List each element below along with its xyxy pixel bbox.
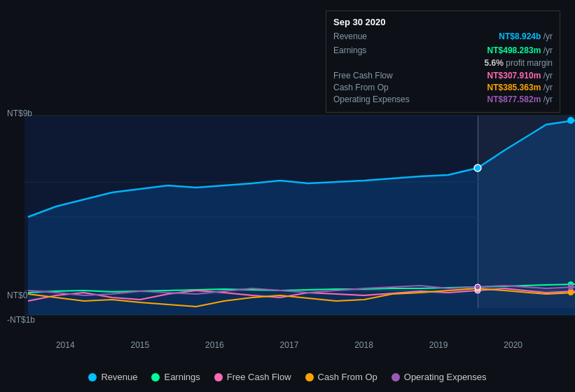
x-label-2014: 2014 (56, 340, 75, 350)
tooltip-profit-margin: 5.6% profit margin (485, 58, 553, 68)
x-label-2016: 2016 (205, 340, 224, 350)
x-axis-labels: 2014 2015 2016 2017 2018 2019 2020 (0, 340, 575, 350)
tooltip-row-cashfromop: Cash From Op NT$385.363m /yr (333, 83, 553, 92)
legend-item-revenue[interactable]: Revenue (88, 372, 137, 382)
legend-label-cashfromop: Cash From Op (318, 372, 377, 382)
tooltip-date: Sep 30 2020 (333, 17, 553, 27)
tooltip-box: Sep 30 2020 Revenue NT$8.924b /yr Earnin… (326, 10, 560, 113)
x-label-2018: 2018 (354, 340, 373, 350)
legend-item-fcf[interactable]: Free Cash Flow (214, 372, 291, 382)
tooltip-label-fcf: Free Cash Flow (333, 71, 393, 80)
tooltip-value-revenue: NT$8.924b /yr (499, 31, 553, 41)
legend-dot-opex (392, 373, 400, 382)
legend-label-earnings: Earnings (164, 372, 200, 382)
y-axis-label-neg: -NT$1b (7, 315, 35, 325)
x-label-2019: 2019 (429, 340, 448, 350)
svg-point-7 (474, 164, 481, 172)
legend-item-earnings[interactable]: Earnings (151, 372, 200, 382)
svg-point-12 (567, 117, 574, 124)
x-label-2015: 2015 (130, 340, 149, 350)
tooltip-value-opex: NT$877.582m /yr (487, 94, 553, 104)
tooltip-label-cashfromop: Cash From Op (333, 83, 389, 92)
tooltip-row-earnings: Earnings NT$498.283m /yr 5.6% profit mar… (333, 43, 553, 69)
svg-point-16 (568, 284, 574, 290)
tooltip-value-fcf: NT$307.910m /yr (487, 71, 553, 80)
tooltip-value-cashfromop: NT$385.363m /yr (487, 83, 553, 92)
tooltip-row-revenue: Revenue NT$8.924b /yr (333, 31, 553, 41)
tooltip-label-opex: Operating Expenses (333, 94, 410, 104)
legend-dot-fcf (214, 373, 223, 382)
legend-item-opex[interactable]: Operating Expenses (392, 372, 487, 382)
legend: Revenue Earnings Free Cash Flow Cash Fro… (0, 372, 575, 382)
tooltip-row-fcf: Free Cash Flow NT$307.910m /yr (333, 71, 553, 80)
tooltip-value-earnings: NT$498.283m /yr (487, 46, 553, 55)
y-axis-label-zero: NT$0 (7, 290, 27, 300)
legend-dot-revenue (88, 373, 97, 382)
svg-point-11 (475, 284, 480, 290)
x-label-2017: 2017 (280, 340, 299, 350)
legend-dot-cashfromop (305, 373, 314, 382)
tooltip-row-opex: Operating Expenses NT$877.582m /yr (333, 94, 553, 104)
tooltip-label-revenue: Revenue (333, 31, 367, 41)
legend-label-opex: Operating Expenses (404, 372, 487, 382)
legend-label-revenue: Revenue (101, 372, 137, 382)
legend-label-fcf: Free Cash Flow (227, 372, 291, 382)
y-axis-label-top: NT$9b (7, 108, 32, 118)
svg-point-15 (568, 290, 574, 295)
x-label-2020: 2020 (504, 340, 522, 350)
legend-dot-earnings (151, 373, 160, 382)
legend-item-cashfromop[interactable]: Cash From Op (305, 372, 377, 382)
tooltip-label-earnings: Earnings (333, 46, 366, 55)
